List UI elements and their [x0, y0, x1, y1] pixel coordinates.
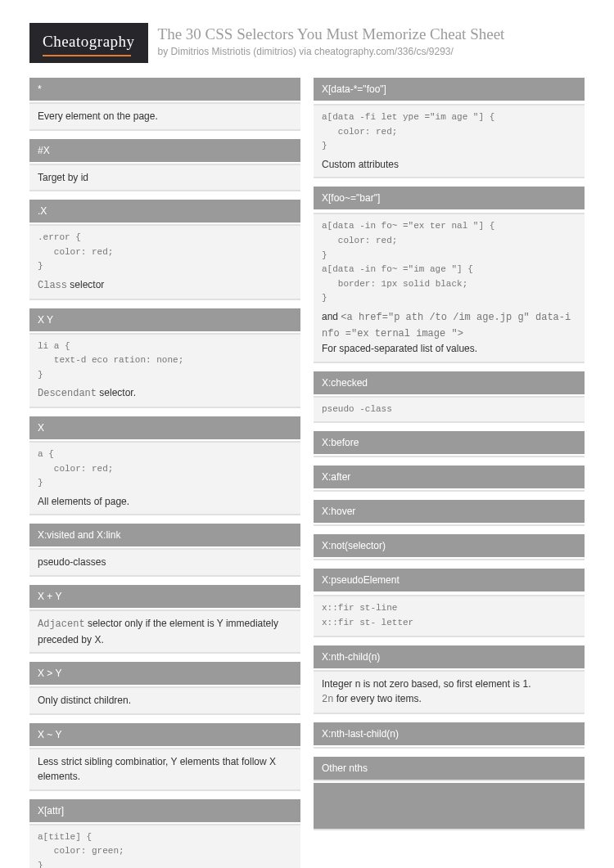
- byline: by Dimitrios Mistriotis (dimitrios) via …: [158, 46, 585, 57]
- block-description: For spaced-separated list of values.: [322, 341, 576, 357]
- block-title: X:pseudoElement: [314, 569, 585, 591]
- block-title: X:nth-last-child(n): [314, 722, 585, 745]
- block-title: X: [29, 416, 300, 439]
- block-title: X:not(selector): [314, 534, 585, 557]
- block-title: X:hover: [314, 500, 585, 523]
- block-title: *: [29, 78, 300, 101]
- column-left: *Every element on the page.#XTarget by i…: [29, 78, 300, 868]
- block-title: X ~ Y: [29, 723, 300, 746]
- cheat-block: X > YOnly distinct children.: [29, 662, 300, 715]
- cheat-block: X[data-*="foo"]a[data -fi let ype ="im a…: [314, 78, 585, 178]
- cheat-block: X:nth-last-child(n): [314, 722, 585, 749]
- cheat-block: X[foo~="bar"]a[data -in fo~ ="ex ter nal…: [314, 187, 585, 362]
- source-link[interactable]: cheatography.com/336/cs/9293/: [314, 46, 454, 57]
- block-body: Every element on the page.: [29, 102, 300, 131]
- block-description: 2n for every two items.: [322, 691, 576, 708]
- block-description: Every element on the page.: [38, 109, 292, 124]
- code-snippet: pseudo -class: [322, 403, 576, 417]
- block-body: pseudo-classes: [29, 548, 300, 577]
- block-title: X:visited and X:link: [29, 524, 300, 546]
- section-footer: Other nths: [314, 757, 585, 781]
- block-body: a[title] { color: green; }X elements tha…: [29, 824, 300, 868]
- code-snippet: a[data -fi let ype ="im age "] { color: …: [322, 110, 576, 154]
- block-title: X + Y: [29, 585, 300, 608]
- block-title: X[attr]: [29, 799, 300, 822]
- block-body: a[data -in fo~ ="ex ter nal "] { color: …: [314, 213, 585, 362]
- block-body: .error { color: red; }Class selector: [29, 224, 300, 299]
- cheat-block: X:nth-child(n)Integer n is not zero base…: [314, 645, 585, 714]
- block-description: Adjacent selector only if the element is…: [38, 616, 292, 647]
- cheat-block: X:before: [314, 431, 585, 457]
- cheat-block: X:checkedpseudo -class: [314, 371, 585, 424]
- block-body: Only distinct children.: [29, 686, 300, 715]
- block-description: Only distinct children.: [38, 693, 292, 708]
- code-snippet: x::fir st-line x::fir st- letter: [322, 601, 576, 630]
- empty-continuation-box: [314, 783, 585, 830]
- block-description: Descendant selector.: [38, 385, 292, 402]
- cheat-block: X:after: [314, 465, 585, 492]
- cheat-block: X + YAdjacent selector only if the eleme…: [29, 585, 300, 654]
- block-title: X > Y: [29, 662, 300, 685]
- block-title: X:after: [314, 465, 585, 488]
- block-title: X[data-*="foo"]: [314, 78, 585, 101]
- block-description: Target by id: [38, 170, 292, 186]
- page-header: Cheatography The 30 CSS Selectors You Mu…: [29, 23, 585, 63]
- block-title: X[foo~="bar"]: [314, 187, 585, 209]
- block-title: #X: [29, 139, 300, 162]
- cheat-block: X:pseudoElementx::fir st-line x::fir st-…: [314, 569, 585, 636]
- block-description: pseudo-classes: [38, 555, 292, 570]
- block-title: X:checked: [314, 371, 585, 394]
- block-body: x::fir st-line x::fir st- letter: [314, 595, 585, 636]
- block-description: All elements of page.: [38, 494, 292, 510]
- block-description: Custom attributes: [322, 157, 576, 173]
- block-body: Less strict sibling combinatior, Y eleme…: [29, 748, 300, 791]
- code-snippet: li a { text-d eco ration: none; }: [38, 340, 292, 383]
- code-snippet: .error { color: red; }: [38, 231, 292, 274]
- cheat-block: X ~ YLess strict sibling combinatior, Y …: [29, 723, 300, 791]
- block-description: Less strict sibling combinatior, Y eleme…: [38, 754, 292, 785]
- cheat-block: X:hover: [314, 500, 585, 526]
- block-body: pseudo -class: [314, 396, 585, 424]
- site-logo: Cheatography: [29, 23, 148, 63]
- block-body: Target by id: [29, 164, 300, 192]
- block-title: X Y: [29, 308, 300, 331]
- block-body: Adjacent selector only if the element is…: [29, 609, 300, 654]
- block-description: Integer n is not zero based, so first el…: [322, 677, 576, 692]
- cheat-block: #XTarget by id: [29, 139, 300, 192]
- code-snippet: a { color: red; }: [38, 447, 292, 491]
- cheat-block: .X.error { color: red; }Class selector: [29, 200, 300, 299]
- cheat-block: *Every element on the page.: [29, 78, 300, 131]
- block-title: X:nth-child(n): [314, 645, 585, 668]
- block-title: .X: [29, 200, 300, 223]
- code-snippet: a[title] { color: green; }: [38, 830, 292, 868]
- cheat-block: X:not(selector): [314, 534, 585, 560]
- block-title: X:before: [314, 431, 585, 454]
- author-link[interactable]: Dimitrios Mistriotis (dimitrios): [171, 46, 296, 57]
- column-right: X[data-*="foo"]a[data -fi let ype ="im a…: [314, 78, 585, 868]
- block-description: and <a href="p ath /to /im age.jp g" dat…: [322, 309, 576, 341]
- cheat-block: X Yli a { text-d eco ration: none; }Desc…: [29, 308, 300, 408]
- block-body: a { color: red; }All elements of page.: [29, 441, 300, 515]
- block-description: Class selector: [38, 277, 292, 294]
- block-body: li a { text-d eco ration: none; }Descend…: [29, 333, 300, 408]
- cheat-block: Xa { color: red; }All elements of page.: [29, 416, 300, 515]
- block-body: Integer n is not zero based, so first el…: [314, 670, 585, 714]
- cheat-block: X[attr]a[title] { color: green; }X eleme…: [29, 799, 300, 868]
- cheat-block: X:visited and X:linkpseudo-classes: [29, 524, 300, 577]
- block-body: a[data -fi let ype ="im age "] { color: …: [314, 104, 585, 178]
- page-title: The 30 CSS Selectors You Must Memorize C…: [158, 25, 585, 44]
- code-snippet: a[data -in fo~ ="ex ter nal "] { color: …: [322, 219, 576, 306]
